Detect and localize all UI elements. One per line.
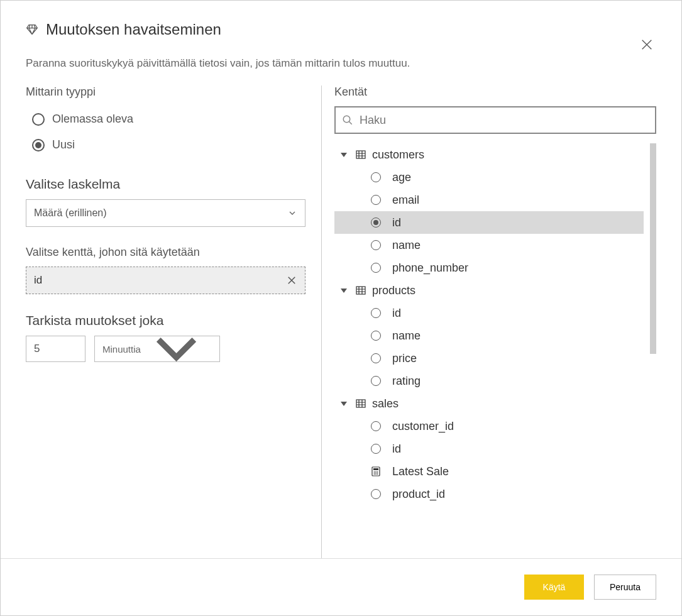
- tree-table-label: sales: [372, 397, 399, 410]
- table-icon: [356, 399, 366, 409]
- expand-triangle-icon: [341, 402, 347, 406]
- svg-rect-1: [356, 151, 365, 158]
- field-radio-icon: [371, 353, 381, 363]
- tree-table-node[interactable]: sales: [334, 392, 644, 415]
- table-icon: [356, 285, 366, 295]
- tree-field-node[interactable]: id: [334, 302, 644, 324]
- tree-field-label: id: [392, 443, 401, 456]
- tree-field-label: id: [392, 307, 401, 320]
- svg-rect-5: [373, 468, 378, 470]
- measure-type-radio-group: Olemassa oleva Uusi: [26, 106, 305, 158]
- right-column: Kentät customersageemailidnamephone_numb…: [334, 85, 656, 558]
- header-title-group: Muutoksen havaitseminen: [26, 21, 221, 38]
- tree-field-node[interactable]: name: [334, 234, 644, 256]
- tree-field-label: age: [392, 171, 411, 184]
- tree-table-node[interactable]: products: [334, 279, 644, 302]
- tree-field-label: email: [392, 194, 419, 207]
- svg-point-11: [377, 473, 378, 475]
- tree-table-label: products: [372, 284, 415, 297]
- expand-triangle-icon: [341, 153, 347, 157]
- remove-field-icon[interactable]: [286, 275, 297, 286]
- chevron-down-icon: [287, 208, 297, 218]
- tree-field-node[interactable]: price: [334, 347, 644, 370]
- left-column: Mittarin tyyppi Olemassa oleva Uusi Vali…: [26, 85, 321, 558]
- interval-row: Minuuttia: [26, 336, 305, 362]
- column-divider: [321, 85, 322, 558]
- interval-unit-value: Minuuttia: [102, 344, 141, 355]
- radio-existing[interactable]: Olemassa oleva: [26, 106, 305, 132]
- tree-field-node[interactable]: phone_number: [334, 256, 644, 279]
- calculation-dropdown[interactable]: Määrä (erillinen): [26, 199, 305, 227]
- tree-scrollbar[interactable]: [650, 143, 656, 354]
- tree-field-node[interactable]: customer_id: [334, 415, 644, 437]
- field-radio-icon: [371, 421, 381, 431]
- tree-table-node[interactable]: customers: [334, 143, 644, 166]
- table-icon: [356, 150, 366, 160]
- radio-new[interactable]: Uusi: [26, 132, 305, 158]
- field-radio-icon: [371, 331, 381, 341]
- svg-point-10: [375, 473, 377, 475]
- interval-value-input[interactable]: [26, 336, 85, 362]
- tree-table-label: customers: [372, 148, 424, 162]
- tree-field-node[interactable]: Latest Sale: [334, 460, 644, 483]
- tree-field-label: id: [392, 216, 401, 229]
- select-calculation-label: Valitse laskelma: [26, 177, 305, 192]
- svg-point-8: [377, 471, 378, 473]
- field-radio-icon: [371, 240, 381, 250]
- select-field-label: Valitse kenttä, johon sitä käytetään: [26, 246, 305, 259]
- tree-field-node[interactable]: email: [334, 189, 644, 211]
- tree-field-label: name: [392, 329, 421, 343]
- tree-field-label: rating: [392, 375, 421, 388]
- fields-search-box[interactable]: [334, 106, 656, 134]
- fields-label: Kentät: [334, 85, 656, 99]
- fields-search-input[interactable]: [360, 114, 649, 127]
- close-button[interactable]: [637, 35, 656, 54]
- radio-existing-label: Olemassa oleva: [52, 113, 133, 126]
- radio-new-label: Uusi: [52, 138, 75, 151]
- dialog-title: Muutoksen havaitseminen: [46, 21, 221, 38]
- field-radio-icon: [371, 489, 381, 499]
- field-radio-icon: [371, 376, 381, 386]
- expand-triangle-icon: [341, 289, 347, 293]
- field-radio-icon: [371, 444, 381, 454]
- cancel-button[interactable]: Peruuta: [594, 575, 656, 600]
- tree-field-node[interactable]: id: [334, 437, 644, 460]
- change-detection-dialog: Muutoksen havaitseminen Paranna suoritus…: [0, 0, 682, 616]
- measure-icon: [371, 466, 381, 476]
- field-radio-icon: [371, 195, 381, 205]
- main-content: Mittarin tyyppi Olemassa oleva Uusi Vali…: [1, 85, 681, 558]
- tree-field-label: name: [392, 239, 421, 252]
- fields-tree: customersageemailidnamephone_numberprodu…: [334, 143, 656, 505]
- svg-point-0: [343, 116, 350, 123]
- fields-tree-container: customersageemailidnamephone_numberprodu…: [334, 143, 656, 558]
- radio-circle-icon: [32, 113, 45, 126]
- tree-field-node[interactable]: rating: [334, 370, 644, 392]
- svg-point-7: [375, 471, 377, 473]
- search-icon: [342, 114, 353, 126]
- selected-field-well[interactable]: id: [26, 267, 305, 294]
- dialog-description: Paranna suorituskykyä päivittämällä tiet…: [1, 45, 681, 85]
- interval-unit-dropdown[interactable]: Minuuttia: [94, 336, 220, 362]
- tree-field-node[interactable]: product_id: [334, 483, 644, 505]
- measure-type-label: Mittarin tyyppi: [26, 85, 305, 99]
- tree-field-node[interactable]: id: [334, 211, 644, 234]
- tree-field-label: product_id: [392, 488, 445, 501]
- field-radio-icon: [371, 308, 381, 318]
- tree-field-label: phone_number: [392, 261, 468, 275]
- apply-button[interactable]: Käytä: [524, 575, 584, 600]
- diamond-icon: [26, 23, 38, 36]
- svg-rect-3: [356, 400, 365, 407]
- radio-circle-selected-icon: [32, 139, 45, 151]
- dialog-footer: Käytä Peruuta: [1, 558, 681, 615]
- selected-field-value: id: [34, 274, 42, 287]
- field-radio-icon: [371, 263, 381, 273]
- calculation-dropdown-value: Määrä (erillinen): [34, 207, 107, 219]
- tree-field-node[interactable]: name: [334, 324, 644, 347]
- svg-rect-2: [356, 287, 365, 294]
- dialog-header: Muutoksen havaitseminen: [1, 1, 681, 45]
- tree-field-node[interactable]: age: [334, 166, 644, 189]
- tree-field-label: price: [392, 352, 417, 365]
- svg-point-9: [374, 473, 375, 475]
- chevron-down-icon: [141, 313, 212, 384]
- tree-field-label: customer_id: [392, 420, 454, 433]
